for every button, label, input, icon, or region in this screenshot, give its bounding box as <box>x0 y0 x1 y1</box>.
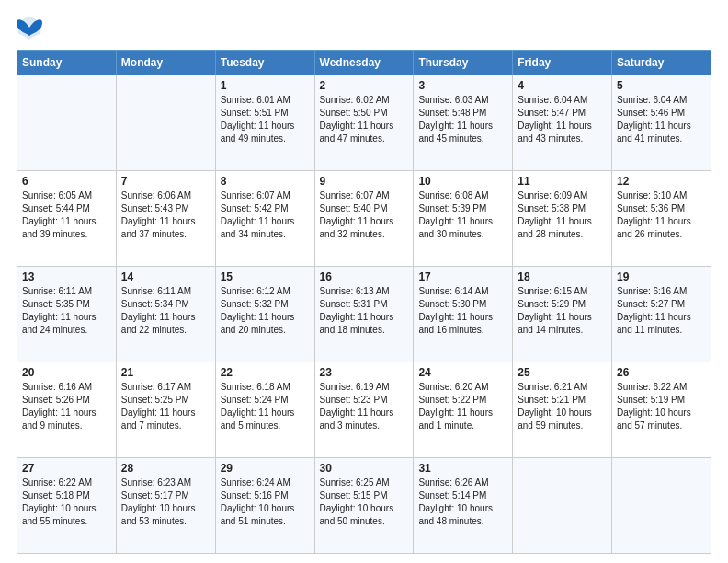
day-info: Sunrise: 6:08 AM Sunset: 5:39 PM Dayligh… <box>418 190 507 241</box>
week-row-1: 1Sunrise: 6:01 AM Sunset: 5:51 PM Daylig… <box>17 75 711 171</box>
day-number: 3 <box>418 79 507 92</box>
day-info: Sunrise: 6:17 AM Sunset: 5:25 PM Dayligh… <box>121 381 210 432</box>
day-number: 2 <box>320 79 409 92</box>
day-number: 7 <box>121 175 210 188</box>
day-number: 22 <box>221 366 310 379</box>
day-info: Sunrise: 6:14 AM Sunset: 5:30 PM Dayligh… <box>418 285 507 337</box>
day-number: 14 <box>121 270 210 283</box>
day-number: 17 <box>418 270 507 283</box>
page: SundayMondayTuesdayWednesdayThursdayFrid… <box>0 0 728 563</box>
calendar-cell: 30Sunrise: 6:25 AM Sunset: 5:15 PM Dayli… <box>314 458 414 554</box>
day-info: Sunrise: 6:04 AM Sunset: 5:47 PM Dayligh… <box>518 94 607 145</box>
weekday-header-thursday: Thursday <box>414 51 513 75</box>
week-row-5: 27Sunrise: 6:22 AM Sunset: 5:18 PM Dayli… <box>17 458 711 554</box>
day-info: Sunrise: 6:07 AM Sunset: 5:40 PM Dayligh… <box>320 190 409 241</box>
calendar-cell: 7Sunrise: 6:06 AM Sunset: 5:43 PM Daylig… <box>116 171 215 267</box>
day-info: Sunrise: 6:25 AM Sunset: 5:15 PM Dayligh… <box>320 477 409 528</box>
day-info: Sunrise: 6:04 AM Sunset: 5:46 PM Dayligh… <box>617 94 706 145</box>
day-info: Sunrise: 6:13 AM Sunset: 5:31 PM Dayligh… <box>320 285 409 337</box>
day-number: 25 <box>518 366 607 379</box>
calendar-cell: 23Sunrise: 6:19 AM Sunset: 5:23 PM Dayli… <box>314 362 414 458</box>
day-info: Sunrise: 6:03 AM Sunset: 5:48 PM Dayligh… <box>418 94 507 145</box>
day-number: 26 <box>617 366 706 379</box>
day-number: 16 <box>320 270 409 283</box>
day-number: 23 <box>320 366 409 379</box>
weekday-header-monday: Monday <box>116 51 215 75</box>
day-info: Sunrise: 6:01 AM Sunset: 5:51 PM Dayligh… <box>221 94 310 145</box>
day-info: Sunrise: 6:20 AM Sunset: 5:22 PM Dayligh… <box>418 381 507 432</box>
day-number: 11 <box>518 175 607 188</box>
day-number: 30 <box>320 462 409 475</box>
calendar-cell: 13Sunrise: 6:11 AM Sunset: 5:35 PM Dayli… <box>17 267 117 362</box>
weekday-header-tuesday: Tuesday <box>215 51 314 75</box>
calendar-cell: 25Sunrise: 6:21 AM Sunset: 5:21 PM Dayli… <box>513 362 612 458</box>
calendar-cell: 27Sunrise: 6:22 AM Sunset: 5:18 PM Dayli… <box>17 458 117 554</box>
day-number: 9 <box>320 175 409 188</box>
calendar-cell: 18Sunrise: 6:15 AM Sunset: 5:29 PM Dayli… <box>513 267 612 362</box>
calendar-cell: 4Sunrise: 6:04 AM Sunset: 5:47 PM Daylig… <box>513 75 612 171</box>
calendar-cell: 12Sunrise: 6:10 AM Sunset: 5:36 PM Dayli… <box>612 171 711 267</box>
calendar-cell: 24Sunrise: 6:20 AM Sunset: 5:22 PM Dayli… <box>414 362 513 458</box>
calendar-cell: 26Sunrise: 6:22 AM Sunset: 5:19 PM Dayli… <box>612 362 711 458</box>
day-info: Sunrise: 6:18 AM Sunset: 5:24 PM Dayligh… <box>221 381 310 432</box>
week-row-4: 20Sunrise: 6:16 AM Sunset: 5:26 PM Dayli… <box>17 362 711 458</box>
logo <box>17 15 46 40</box>
calendar-cell: 8Sunrise: 6:07 AM Sunset: 5:42 PM Daylig… <box>215 171 314 267</box>
day-info: Sunrise: 6:22 AM Sunset: 5:18 PM Dayligh… <box>22 477 111 528</box>
calendar-cell: 15Sunrise: 6:12 AM Sunset: 5:32 PM Dayli… <box>215 267 314 362</box>
calendar-cell <box>116 75 215 171</box>
calendar-cell: 31Sunrise: 6:26 AM Sunset: 5:14 PM Dayli… <box>414 458 513 554</box>
day-info: Sunrise: 6:19 AM Sunset: 5:23 PM Dayligh… <box>320 381 409 432</box>
calendar-cell: 10Sunrise: 6:08 AM Sunset: 5:39 PM Dayli… <box>414 171 513 267</box>
calendar-cell: 17Sunrise: 6:14 AM Sunset: 5:30 PM Dayli… <box>414 267 513 362</box>
day-number: 28 <box>121 462 210 475</box>
weekday-header-saturday: Saturday <box>612 51 711 75</box>
day-info: Sunrise: 6:11 AM Sunset: 5:34 PM Dayligh… <box>121 285 210 337</box>
day-number: 1 <box>221 79 310 92</box>
calendar-cell: 20Sunrise: 6:16 AM Sunset: 5:26 PM Dayli… <box>17 362 117 458</box>
calendar-cell: 11Sunrise: 6:09 AM Sunset: 5:38 PM Dayli… <box>513 171 612 267</box>
day-number: 31 <box>418 462 507 475</box>
calendar-cell: 5Sunrise: 6:04 AM Sunset: 5:46 PM Daylig… <box>612 75 711 171</box>
calendar-cell: 9Sunrise: 6:07 AM Sunset: 5:40 PM Daylig… <box>314 171 414 267</box>
weekday-header-sunday: Sunday <box>17 51 117 75</box>
calendar-cell <box>17 75 117 171</box>
day-info: Sunrise: 6:15 AM Sunset: 5:29 PM Dayligh… <box>518 285 607 337</box>
day-info: Sunrise: 6:10 AM Sunset: 5:36 PM Dayligh… <box>617 190 706 241</box>
week-row-2: 6Sunrise: 6:05 AM Sunset: 5:44 PM Daylig… <box>17 171 711 267</box>
calendar-cell: 14Sunrise: 6:11 AM Sunset: 5:34 PM Dayli… <box>116 267 215 362</box>
day-info: Sunrise: 6:22 AM Sunset: 5:19 PM Dayligh… <box>617 381 706 432</box>
day-info: Sunrise: 6:26 AM Sunset: 5:14 PM Dayligh… <box>418 477 507 528</box>
calendar-cell: 2Sunrise: 6:02 AM Sunset: 5:50 PM Daylig… <box>314 75 414 171</box>
header <box>17 15 711 40</box>
calendar-cell: 21Sunrise: 6:17 AM Sunset: 5:25 PM Dayli… <box>116 362 215 458</box>
weekday-header-wednesday: Wednesday <box>314 51 414 75</box>
day-info: Sunrise: 6:12 AM Sunset: 5:32 PM Dayligh… <box>221 285 310 337</box>
day-number: 10 <box>418 175 507 188</box>
calendar-cell: 28Sunrise: 6:23 AM Sunset: 5:17 PM Dayli… <box>116 458 215 554</box>
calendar-cell: 19Sunrise: 6:16 AM Sunset: 5:27 PM Dayli… <box>612 267 711 362</box>
day-number: 18 <box>518 270 607 283</box>
day-number: 20 <box>22 366 111 379</box>
weekday-row: SundayMondayTuesdayWednesdayThursdayFrid… <box>17 51 711 75</box>
calendar-cell: 22Sunrise: 6:18 AM Sunset: 5:24 PM Dayli… <box>215 362 314 458</box>
day-number: 13 <box>22 270 111 283</box>
day-number: 6 <box>22 175 111 188</box>
day-number: 19 <box>617 270 706 283</box>
day-info: Sunrise: 6:07 AM Sunset: 5:42 PM Dayligh… <box>221 190 310 241</box>
calendar-cell <box>513 458 612 554</box>
day-number: 5 <box>617 79 706 92</box>
day-number: 24 <box>418 366 507 379</box>
calendar-cell <box>612 458 711 554</box>
day-info: Sunrise: 6:21 AM Sunset: 5:21 PM Dayligh… <box>518 381 607 432</box>
calendar-table: SundayMondayTuesdayWednesdayThursdayFrid… <box>17 50 711 554</box>
day-info: Sunrise: 6:11 AM Sunset: 5:35 PM Dayligh… <box>22 285 111 337</box>
calendar-body: 1Sunrise: 6:01 AM Sunset: 5:51 PM Daylig… <box>17 75 711 554</box>
calendar-cell: 16Sunrise: 6:13 AM Sunset: 5:31 PM Dayli… <box>314 267 414 362</box>
day-info: Sunrise: 6:24 AM Sunset: 5:16 PM Dayligh… <box>221 477 310 528</box>
day-number: 15 <box>221 270 310 283</box>
calendar-cell: 1Sunrise: 6:01 AM Sunset: 5:51 PM Daylig… <box>215 75 314 171</box>
day-number: 29 <box>221 462 310 475</box>
weekday-header-friday: Friday <box>513 51 612 75</box>
day-number: 12 <box>617 175 706 188</box>
